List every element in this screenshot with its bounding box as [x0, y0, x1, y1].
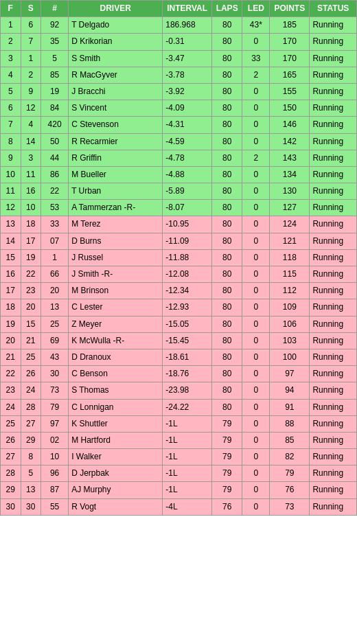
table-row: 81450R Recarmier-4.59800142Running	[1, 133, 357, 150]
cell-points: 142	[270, 133, 310, 150]
cell-status: Running	[310, 34, 357, 50]
cell-led: 0	[242, 382, 270, 399]
cell-driver: D Burns	[69, 233, 163, 249]
table-row: 252797K Shuttler-1L79088Running	[1, 415, 357, 432]
cell-laps: 80	[211, 166, 242, 183]
cell-points: 82	[270, 449, 310, 465]
cell-driver: I Walker	[69, 449, 163, 465]
cell-f: 7	[1, 117, 21, 133]
cell-interval: -1L	[163, 415, 212, 432]
header-row: F S # DRIVER INTERVAL LAPS LED POINTS ST…	[1, 1, 357, 17]
cell-points: 100	[270, 349, 310, 365]
cell-laps: 80	[211, 133, 242, 150]
cell-f: 12	[1, 200, 21, 216]
cell-points: 109	[270, 299, 310, 316]
cell-laps: 80	[211, 83, 242, 100]
cell-num: 10	[41, 449, 69, 465]
cell-points: 103	[270, 332, 310, 349]
cell-interval: -4.31	[163, 117, 212, 133]
cell-s: 13	[21, 482, 41, 498]
cell-num: 44	[41, 150, 69, 166]
cell-points: 121	[270, 233, 310, 249]
cell-f: 21	[1, 349, 21, 365]
cell-f: 28	[1, 465, 21, 482]
cell-led: 0	[242, 349, 270, 365]
cell-laps: 80	[211, 366, 242, 382]
cell-laps: 80	[211, 50, 242, 67]
table-row: 61284S Vincent-4.09800150Running	[1, 100, 357, 117]
cell-s: 4	[21, 117, 41, 133]
cell-laps: 80	[211, 183, 242, 200]
cell-laps: 80	[211, 233, 242, 249]
cell-interval: -11.88	[163, 249, 212, 266]
cell-interval: -4.88	[163, 166, 212, 183]
header-f: F	[1, 1, 21, 17]
cell-driver: K Shuttler	[69, 415, 163, 432]
cell-points: 165	[270, 67, 310, 83]
cell-num: 69	[41, 332, 69, 349]
cell-led: 0	[242, 34, 270, 50]
cell-s: 15	[21, 316, 41, 332]
cell-f: 18	[1, 299, 21, 316]
cell-interval: -0.31	[163, 34, 212, 50]
cell-led: 2	[242, 67, 270, 83]
cell-led: 0	[242, 249, 270, 266]
cell-driver: C Stevenson	[69, 117, 163, 133]
table-row: 4285R MacGyver-3.78802165Running	[1, 67, 357, 83]
cell-driver: R MacGyver	[69, 67, 163, 83]
cell-led: 0	[242, 117, 270, 133]
cell-led: 0	[242, 100, 270, 117]
cell-num: 73	[41, 382, 69, 399]
cell-interval: 186.968	[163, 17, 212, 34]
cell-driver: M Bueller	[69, 166, 163, 183]
cell-points: 170	[270, 50, 310, 67]
cell-f: 30	[1, 498, 21, 515]
cell-s: 2	[21, 67, 41, 83]
cell-driver: J Smith -R-	[69, 266, 163, 283]
cell-s: 24	[21, 382, 41, 399]
cell-status: Running	[310, 482, 357, 498]
cell-interval: -3.92	[163, 83, 212, 100]
cell-s: 19	[21, 249, 41, 266]
cell-laps: 80	[211, 316, 242, 332]
cell-f: 9	[1, 150, 21, 166]
cell-interval: -12.34	[163, 283, 212, 299]
cell-points: 124	[270, 216, 310, 233]
cell-driver: M Hartford	[69, 432, 163, 448]
cell-points: 146	[270, 117, 310, 133]
cell-interval: -1L	[163, 482, 212, 498]
cell-led: 0	[242, 233, 270, 249]
cell-num: 13	[41, 299, 69, 316]
cell-laps: 79	[211, 482, 242, 498]
cell-points: 130	[270, 183, 310, 200]
cell-points: 155	[270, 83, 310, 100]
cell-s: 7	[21, 34, 41, 50]
cell-laps: 80	[211, 34, 242, 50]
cell-f: 20	[1, 332, 21, 349]
cell-status: Running	[310, 150, 357, 166]
cell-led: 0	[242, 482, 270, 498]
table-row: 303055R Vogt-4L76073Running	[1, 498, 357, 515]
table-row: 131833M Terez-10.95800124Running	[1, 216, 357, 233]
cell-s: 28	[21, 399, 41, 415]
cell-f: 16	[1, 266, 21, 283]
table-row: 141707D Burns-11.09800121Running	[1, 233, 357, 249]
cell-driver: M Terez	[69, 216, 163, 233]
cell-num: 22	[41, 183, 69, 200]
cell-f: 15	[1, 249, 21, 266]
cell-status: Running	[310, 166, 357, 183]
cell-driver: A Tammerzan -R-	[69, 200, 163, 216]
cell-num: 5	[41, 50, 69, 67]
cell-f: 5	[1, 83, 21, 100]
header-num: #	[41, 1, 69, 17]
cell-points: 118	[270, 249, 310, 266]
cell-status: Running	[310, 200, 357, 216]
cell-interval: -15.05	[163, 316, 212, 332]
cell-num: 07	[41, 233, 69, 249]
cell-status: Running	[310, 465, 357, 482]
cell-led: 0	[242, 465, 270, 482]
cell-led: 0	[242, 366, 270, 382]
cell-num: 97	[41, 415, 69, 432]
cell-driver: J Russel	[69, 249, 163, 266]
cell-f: 11	[1, 183, 21, 200]
